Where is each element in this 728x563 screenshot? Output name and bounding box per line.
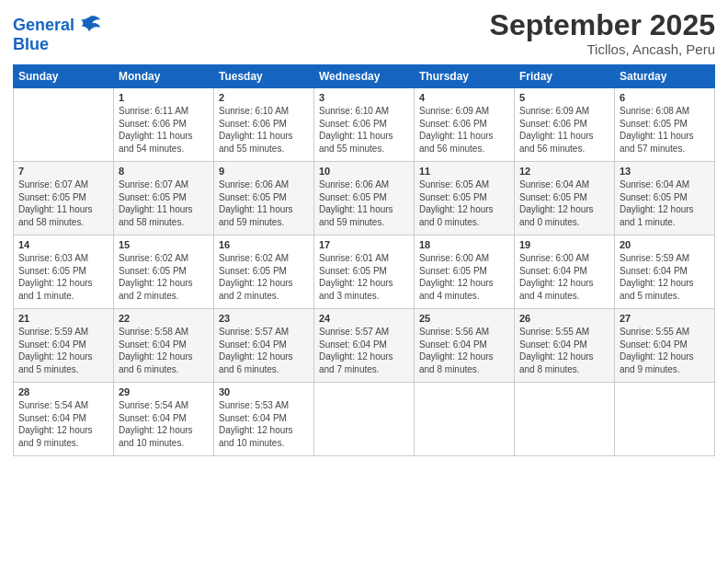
table-row [515, 383, 615, 456]
day-number: 6 [620, 92, 710, 103]
calendar-week-row: 1Sunrise: 6:11 AMSunset: 6:06 PMDaylight… [14, 88, 715, 162]
page-container: General Blue September 2025 Ticllos, Anc… [0, 0, 728, 465]
cell-info-line: and 55 minutes. [319, 144, 384, 154]
cell-info-line: Sunrise: 6:11 AM [119, 106, 188, 116]
page-subtitle: Ticllos, Ancash, Peru [490, 41, 715, 57]
cell-info-line: Sunrise: 6:00 AM [419, 253, 489, 263]
cell-info-line: Sunrise: 6:10 AM [219, 106, 289, 116]
cell-info-line: and 0 minutes. [519, 217, 580, 227]
cell-info-line: and 56 minutes. [519, 144, 585, 154]
cell-info-line: Sunrise: 5:54 AM [18, 400, 88, 410]
table-row: 27Sunrise: 5:55 AMSunset: 6:04 PMDayligh… [615, 309, 715, 383]
table-row: 8Sunrise: 6:07 AMSunset: 6:05 PMDaylight… [114, 162, 214, 236]
table-row [415, 383, 515, 456]
cell-info-line: Sunset: 6:04 PM [419, 339, 487, 350]
cell-info-line: Daylight: 12 hours [419, 204, 494, 214]
cell-info-line: Sunset: 6:04 PM [219, 339, 287, 350]
day-number: 3 [319, 92, 409, 103]
cell-info-line: Sunrise: 5:54 AM [119, 400, 188, 410]
day-number: 8 [119, 166, 209, 177]
cell-info-line: Sunrise: 6:10 AM [319, 106, 389, 116]
cell-info-line: Daylight: 12 hours [119, 278, 193, 288]
cell-info-line: Sunset: 6:05 PM [620, 192, 688, 202]
cell-info-line: Sunset: 6:05 PM [519, 192, 587, 202]
cell-info-line: Daylight: 12 hours [18, 425, 93, 435]
cell-info-line: Sunset: 6:05 PM [419, 266, 487, 276]
cell-info-line: Daylight: 11 hours [419, 131, 494, 141]
cell-info-line: and 6 minutes. [219, 364, 279, 374]
cell-info-line: Sunrise: 5:55 AM [620, 327, 689, 337]
table-row: 25Sunrise: 5:56 AMSunset: 6:04 PMDayligh… [415, 309, 515, 383]
cell-info-line: Sunset: 6:04 PM [519, 266, 587, 276]
cell-info-line: and 54 minutes. [119, 144, 184, 154]
day-number: 7 [18, 166, 108, 177]
cell-info-line: Sunset: 6:04 PM [119, 339, 187, 350]
cell-info-line: Daylight: 12 hours [18, 351, 93, 362]
cell-info-line: Sunrise: 6:02 AM [219, 253, 289, 263]
day-number: 15 [119, 239, 209, 250]
cell-info-line: and 9 minutes. [620, 364, 680, 374]
cell-info-line: Sunrise: 5:59 AM [18, 327, 88, 337]
day-number: 26 [519, 313, 609, 324]
day-number: 19 [519, 239, 609, 250]
cell-info-line: Daylight: 11 hours [119, 131, 193, 141]
title-block: September 2025 Ticllos, Ancash, Peru [490, 9, 715, 57]
table-row: 19Sunrise: 6:00 AMSunset: 6:04 PMDayligh… [515, 236, 615, 309]
cell-info-line: Sunset: 6:04 PM [620, 266, 688, 276]
table-row: 16Sunrise: 6:02 AMSunset: 6:05 PMDayligh… [214, 236, 314, 309]
cell-info-line: Sunset: 6:04 PM [18, 413, 86, 423]
day-number: 22 [119, 313, 209, 324]
cell-info-line: Sunset: 6:05 PM [119, 266, 187, 276]
cell-info-line: Daylight: 12 hours [519, 351, 594, 362]
table-row: 28Sunrise: 5:54 AMSunset: 6:04 PMDayligh… [14, 383, 114, 456]
table-row: 1Sunrise: 6:11 AMSunset: 6:06 PMDaylight… [114, 88, 214, 162]
cell-info-line: Daylight: 12 hours [119, 425, 193, 435]
cell-info-line: Sunset: 6:06 PM [319, 119, 387, 129]
cell-info-line: and 59 minutes. [219, 217, 284, 227]
cell-info-line: Sunrise: 5:56 AM [419, 327, 489, 337]
cell-info-line: Sunrise: 6:03 AM [18, 253, 88, 263]
cell-info-line: and 2 minutes. [119, 291, 179, 301]
table-row: 29Sunrise: 5:54 AMSunset: 6:04 PMDayligh… [114, 383, 214, 456]
cell-info-line: Daylight: 12 hours [219, 425, 293, 435]
cell-info-line: Daylight: 11 hours [519, 131, 594, 141]
cell-info-line: Sunset: 6:05 PM [219, 192, 287, 202]
cell-info-line: Daylight: 12 hours [18, 278, 93, 288]
cell-info-line: Daylight: 11 hours [620, 131, 694, 141]
table-row: 10Sunrise: 6:06 AMSunset: 6:05 PMDayligh… [314, 162, 415, 236]
cell-info-line: and 58 minutes. [119, 217, 184, 227]
cell-info-line: Sunset: 6:06 PM [219, 119, 287, 129]
cell-info-line: and 4 minutes. [519, 291, 580, 301]
day-number: 16 [219, 239, 309, 250]
day-number: 29 [119, 386, 209, 397]
header-wednesday: Wednesday [314, 65, 415, 88]
logo-bird-icon [76, 13, 102, 39]
day-number: 17 [319, 239, 409, 250]
cell-info-line: and 56 minutes. [419, 144, 484, 154]
calendar-header-row: Sunday Monday Tuesday Wednesday Thursday… [14, 65, 715, 88]
cell-info-line: Daylight: 11 hours [18, 204, 93, 214]
table-row: 22Sunrise: 5:58 AMSunset: 6:04 PMDayligh… [114, 309, 214, 383]
header-tuesday: Tuesday [214, 65, 314, 88]
cell-info-line: and 7 minutes. [319, 364, 380, 374]
table-row: 21Sunrise: 5:59 AMSunset: 6:04 PMDayligh… [14, 309, 114, 383]
table-row: 7Sunrise: 6:07 AMSunset: 6:05 PMDaylight… [14, 162, 114, 236]
cell-info-line: Sunrise: 6:00 AM [519, 253, 589, 263]
logo: General Blue [13, 13, 102, 54]
day-number: 18 [419, 239, 509, 250]
cell-info-line: Daylight: 11 hours [219, 204, 293, 214]
cell-info-line: Daylight: 11 hours [119, 204, 193, 214]
day-number: 1 [119, 92, 209, 103]
cell-info-line: Daylight: 11 hours [319, 204, 393, 214]
cell-info-line: Sunset: 6:05 PM [319, 192, 387, 202]
cell-info-line: and 58 minutes. [18, 217, 84, 227]
cell-info-line: Sunrise: 6:01 AM [319, 253, 389, 263]
table-row: 11Sunrise: 6:05 AMSunset: 6:05 PMDayligh… [415, 162, 515, 236]
cell-info-line: Sunrise: 6:09 AM [419, 106, 489, 116]
cell-info-line: Daylight: 11 hours [219, 131, 293, 141]
day-number: 10 [319, 166, 409, 177]
cell-info-line: Sunset: 6:05 PM [18, 266, 86, 276]
cell-info-line: Daylight: 12 hours [219, 351, 293, 362]
calendar-week-row: 21Sunrise: 5:59 AMSunset: 6:04 PMDayligh… [14, 309, 715, 383]
table-row: 15Sunrise: 6:02 AMSunset: 6:05 PMDayligh… [114, 236, 214, 309]
